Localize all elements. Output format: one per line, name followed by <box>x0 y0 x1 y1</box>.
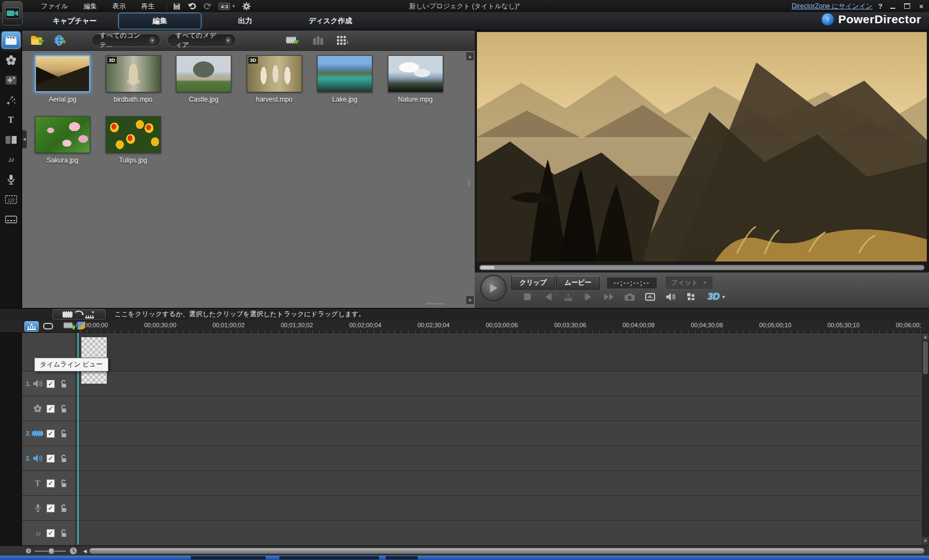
lock-open-icon[interactable] <box>60 504 68 512</box>
audio-track-2[interactable]: 2. ✓ <box>22 446 922 471</box>
fast-forward-button[interactable] <box>603 291 615 302</box>
zoom-out-clock-icon[interactable] <box>25 548 32 554</box>
sidebar-transition-room[interactable] <box>2 131 20 148</box>
sidebar-media-room[interactable] <box>2 32 20 49</box>
track-enable-checkbox[interactable]: ✓ <box>46 529 55 537</box>
add-track-button[interactable] <box>62 321 76 332</box>
lock-open-icon[interactable] <box>60 380 68 388</box>
step-button[interactable] <box>562 291 574 302</box>
media-item[interactable]: Sakura.jpg <box>30 116 95 164</box>
menu-item[interactable]: 表示 <box>105 0 133 13</box>
scroll-down-icon[interactable]: ▼ <box>922 537 929 545</box>
undo-button[interactable] <box>188 2 196 10</box>
audio-track-1[interactable]: 1. ✓ <box>22 371 922 396</box>
mode-tab[interactable]: ディスク作成 <box>289 13 372 29</box>
drag-to-timeline-button[interactable] <box>53 309 106 320</box>
track-enable-checkbox[interactable]: ✓ <box>46 380 55 388</box>
preview-quality-button[interactable] <box>685 291 697 302</box>
track-enable-checkbox[interactable]: ✓ <box>46 405 55 413</box>
preview-window-button[interactable] <box>644 291 656 302</box>
media-item[interactable]: Tulips.jpg <box>101 116 166 164</box>
view-options-button[interactable] <box>336 35 349 46</box>
scroll-up-icon[interactable]: ▲ <box>922 333 929 341</box>
video-track-1-row[interactable] <box>22 333 922 371</box>
track-enable-checkbox[interactable]: ✓ <box>46 479 55 488</box>
lock-open-icon[interactable] <box>60 479 68 488</box>
stop-button[interactable] <box>521 291 533 302</box>
previous-frame-button[interactable] <box>542 291 554 302</box>
track-enable-checkbox[interactable]: ✓ <box>46 454 55 463</box>
minimize-button[interactable] <box>888 2 897 10</box>
help-button[interactable]: ? <box>878 2 883 11</box>
media-item[interactable]: Aerial.jpg <box>30 55 95 103</box>
content-filter-dropdown[interactable]: すべてのコンテ... ▼ <box>91 34 160 47</box>
sidebar-effect-room[interactable] <box>2 51 20 69</box>
lock-open-icon[interactable] <box>60 430 68 438</box>
timeline-zoom-slider[interactable] <box>35 551 66 552</box>
restore-button[interactable] <box>902 2 911 10</box>
directorzone-signin-link[interactable]: DirectorZone にサインイン <box>792 2 873 11</box>
media-item[interactable]: Lake.jpg <box>312 55 377 103</box>
media-item[interactable]: Castle.jpg <box>171 55 236 103</box>
title-track[interactable]: T ✓ <box>22 471 922 496</box>
save-button[interactable] <box>173 2 181 11</box>
panel-resize-grip[interactable]: •••••• <box>426 300 445 307</box>
sidebar-chapter-room[interactable]: 123 <box>2 191 20 208</box>
timeline-horizontal-scrollbar[interactable] <box>89 548 925 554</box>
scrollbar-grip[interactable]: ••• <box>468 180 470 186</box>
menu-item[interactable]: 編集 <box>76 0 105 13</box>
sidebar-subtitle-room[interactable] <box>2 211 20 228</box>
mode-tab[interactable]: 出力 <box>204 13 287 29</box>
preview-seek-bar[interactable] <box>479 265 925 270</box>
sidebar-particle-room[interactable] <box>2 91 20 108</box>
redo-button[interactable] <box>203 2 212 10</box>
sidebar-audio-mix-room[interactable]: ♪♪ <box>2 151 20 168</box>
import-media-button[interactable] <box>286 35 300 46</box>
directorzone-download-button[interactable] <box>53 34 66 46</box>
sidebar-title-room[interactable]: T <box>2 111 20 128</box>
timeline-ruler[interactable]: 00;00;00;0000;00;30;0000;01;00;0200;01;3… <box>76 320 922 333</box>
aspect-ratio-button[interactable]: 4:3 ▼ <box>219 3 236 10</box>
lock-open-icon[interactable] <box>60 529 68 537</box>
sidebar-voiceover-room[interactable] <box>2 171 20 188</box>
menu-item[interactable]: 再生 <box>133 0 162 13</box>
media-filter-dropdown[interactable]: すべてのメディア ▼ <box>167 34 236 47</box>
effect-track[interactable]: ✓ <box>22 396 922 421</box>
import-folder-button[interactable] <box>30 35 45 46</box>
lock-open-icon[interactable] <box>60 405 68 413</box>
3d-mode-button[interactable]: 3D ▼ <box>708 291 726 302</box>
play-button[interactable] <box>480 275 507 301</box>
scroll-down-icon[interactable]: ▼ <box>466 296 474 304</box>
seek-thumb[interactable] <box>480 266 495 269</box>
scrollbar-thumb[interactable] <box>923 341 928 374</box>
sidebar-pip-objects-room[interactable] <box>2 71 20 88</box>
library-scrollbar[interactable]: ▲ ••• ▼ <box>466 53 474 304</box>
close-button[interactable]: × <box>917 2 926 10</box>
next-frame-button[interactable] <box>583 291 595 302</box>
track-enable-checkbox[interactable]: ✓ <box>46 430 55 438</box>
zoom-slider-knob[interactable] <box>48 548 55 554</box>
music-track[interactable]: ♪♪ ✓ <box>22 521 922 546</box>
menu-item[interactable]: ファイル <box>33 0 76 13</box>
voice-track[interactable]: ✓ <box>22 496 922 521</box>
snapshot-button[interactable] <box>624 291 636 302</box>
library-collapse-tab[interactable]: ◀ <box>22 130 27 149</box>
scroll-left-icon[interactable]: ◀ <box>83 548 87 554</box>
zoom-in-clock-icon[interactable] <box>69 547 77 555</box>
clip-scope-button[interactable]: クリップ <box>511 276 555 290</box>
storyboard-view-button[interactable] <box>41 321 55 332</box>
timeline-view-button[interactable] <box>24 321 39 332</box>
movie-scope-button[interactable]: ムービー <box>556 276 600 290</box>
ruler-marker-icon[interactable] <box>77 321 86 330</box>
media-item[interactable]: Nature.mpg <box>383 55 448 103</box>
mode-tab[interactable]: 編集 <box>118 13 201 29</box>
track-enable-checkbox[interactable]: ✓ <box>46 504 55 512</box>
timeline-scrollbar[interactable]: ▲ ▼ <box>922 333 929 545</box>
lock-open-icon[interactable] <box>60 454 68 463</box>
scroll-up-icon[interactable]: ▲ <box>466 53 474 60</box>
media-item[interactable]: 3D harvest.mpo <box>242 55 307 103</box>
volume-button[interactable] <box>665 291 677 302</box>
media-item[interactable]: 3D birdbath.mpo <box>101 55 166 103</box>
video-track-2[interactable]: 2. ✓ <box>22 421 922 446</box>
settings-button[interactable] <box>242 2 251 11</box>
